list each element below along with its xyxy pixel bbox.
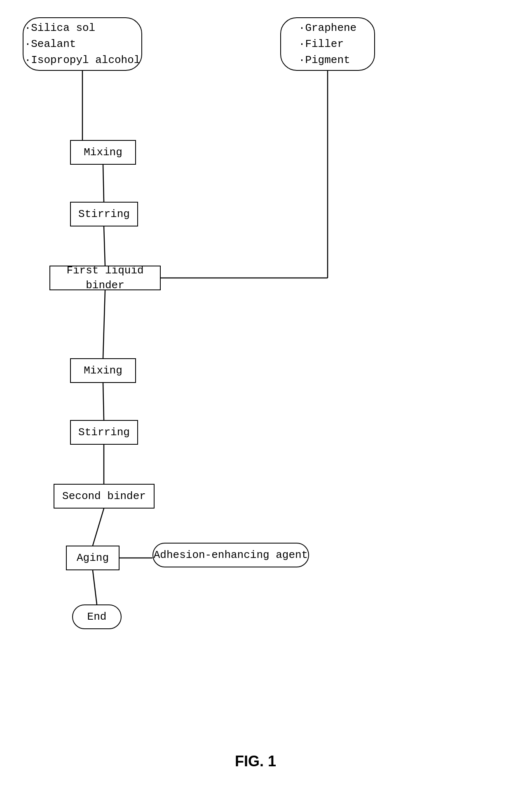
mixing1-label: Mixing [84,145,122,160]
svg-line-5 [103,290,105,358]
svg-line-1 [103,165,104,202]
aging-node: Aging [66,546,120,570]
mixing2-node: Mixing [70,358,136,383]
right-ellipse-label: ·Graphene ·Filler ·Pigment [299,20,356,68]
left-ellipse-label: ·Silica sol ·Sealant ·Isopropyl alcohol [25,20,141,68]
first-liquid-binder-node: First liquid binder [49,266,161,290]
svg-line-2 [104,226,105,266]
second-binder-node: Second binder [54,484,155,509]
diagram-container: ·Silica sol ·Sealant ·Isopropyl alcohol … [0,0,511,782]
aging-label: Aging [77,551,109,565]
diagram-lines [0,0,511,782]
stirring1-node: Stirring [70,202,138,226]
mixing1-node: Mixing [70,140,136,165]
mixing2-label: Mixing [84,363,122,378]
first-liquid-binder-label: First liquid binder [57,263,153,293]
adhesion-agent-label: Adhesion-enhancing agent [154,547,308,563]
right-input-ellipse: ·Graphene ·Filler ·Pigment [280,17,375,71]
left-input-ellipse: ·Silica sol ·Sealant ·Isopropyl alcohol [23,17,142,71]
stirring1-label: Stirring [78,207,130,222]
svg-line-10 [93,570,97,604]
second-binder-label: Second binder [62,489,146,504]
stirring2-label: Stirring [78,425,130,440]
figure-caption: FIG. 1 [0,753,511,770]
end-node: End [72,604,122,629]
svg-line-8 [93,509,104,546]
end-label: End [87,609,107,625]
stirring2-node: Stirring [70,420,138,445]
adhesion-agent-node: Adhesion-enhancing agent [152,543,309,567]
svg-line-6 [103,383,104,420]
